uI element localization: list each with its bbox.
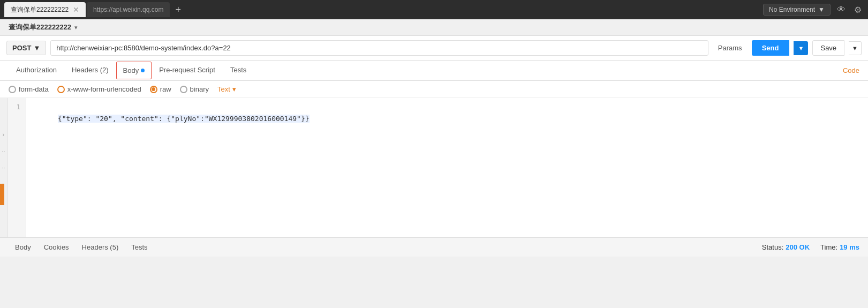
tab-authorization[interactable]: Authorization	[9, 61, 64, 80]
body-options: form-data x-www-form-urlencoded raw bina…	[0, 81, 868, 98]
eye-icon[interactable]: 👁	[835, 5, 848, 14]
params-button[interactable]: Params	[713, 41, 748, 55]
new-tab-button[interactable]: +	[171, 4, 185, 16]
collapse-arrow-1[interactable]: ›	[3, 132, 4, 138]
status-bar: Status: 200 OK Time: 19 ms	[762, 243, 859, 251]
option-raw[interactable]: raw	[150, 85, 171, 93]
request-title: 查询保单222222222	[9, 22, 71, 32]
method-selector[interactable]: POST ▼	[6, 41, 46, 55]
radio-x-www-form-urlencoded	[57, 86, 65, 93]
save-dropdown-button[interactable]: ▼	[849, 41, 862, 55]
tab-tests[interactable]: Tests	[223, 61, 254, 80]
text-type-label: Text	[217, 85, 230, 93]
bottom-tab-tests[interactable]: Tests	[125, 239, 154, 256]
status-ok: 200 OK	[786, 243, 810, 251]
orange-marker	[0, 184, 4, 205]
request-title-chevron-icon[interactable]: ▾	[74, 24, 78, 31]
radio-raw	[150, 86, 157, 93]
time-value: 19 ms	[840, 243, 859, 251]
save-button[interactable]: Save	[812, 40, 844, 56]
env-dropdown[interactable]: No Environment ▼	[763, 4, 831, 16]
tab-pre-request-script[interactable]: Pre-request Script	[152, 61, 223, 80]
tab-active[interactable]: 查询保单222222222 ✕	[4, 2, 86, 17]
tabs-bar: 查询保单222222222 ✕ https://api.weixin.qq.co…	[0, 0, 868, 19]
time-label: Time:	[820, 243, 837, 251]
env-selector: No Environment ▼ 👁 ⚙	[763, 4, 864, 16]
text-type-button[interactable]: Text ▾	[217, 85, 236, 93]
bottom-tab-body[interactable]: Body	[9, 239, 37, 256]
collapse-arrow-3[interactable]: ··	[2, 165, 5, 171]
editor-wrapper: › ·· ·· › › 1 {"type": "20", "content": …	[0, 98, 868, 237]
tab-body-label: Body	[123, 66, 139, 74]
radio-form-data	[9, 86, 16, 93]
status-label: Status:	[762, 243, 783, 251]
env-chevron-icon: ▼	[818, 6, 825, 13]
send-button[interactable]: Send	[752, 40, 789, 56]
left-collapse: › ·· ·· › ›	[0, 98, 7, 237]
radio-raw-inner	[152, 87, 155, 91]
bottom-tab-cookies[interactable]: Cookies	[37, 239, 76, 256]
gear-icon[interactable]: ⚙	[852, 5, 864, 15]
request-title-bar: 查询保单222222222 ▾	[0, 19, 868, 36]
tab-active-label: 查询保单222222222	[11, 5, 69, 14]
url-input[interactable]	[50, 40, 708, 56]
text-type-chevron-icon: ▾	[232, 85, 236, 93]
method-chevron-icon: ▼	[33, 44, 40, 52]
sub-tabs: Authorization Headers (2) Body Pre-reque…	[0, 61, 868, 81]
editor-area: 1 {"type": "20", "content": {"plyNo":"WX…	[7, 98, 868, 237]
bottom-tab-headers[interactable]: Headers (5)	[76, 239, 125, 256]
tab-headers[interactable]: Headers (2)	[64, 61, 116, 80]
line-number-1: 1	[13, 102, 20, 112]
collapse-arrow-2[interactable]: ··	[2, 148, 5, 154]
option-x-www-form-urlencoded[interactable]: x-www-form-urlencoded	[57, 85, 141, 93]
url-bar: POST ▼ Params Send ▼ Save ▼	[0, 36, 868, 61]
tab-body-wrapper: Body	[116, 62, 152, 79]
tab-url-label: https://api.weixin.qq.com	[93, 6, 163, 13]
send-dropdown-button[interactable]: ▼	[794, 41, 809, 55]
tab-close-icon[interactable]: ✕	[73, 5, 79, 14]
body-active-dot	[141, 69, 145, 72]
editor-text[interactable]: {"type": "20", "content": {"plyNo":"WX12…	[58, 115, 310, 123]
env-label: No Environment	[769, 6, 815, 13]
line-numbers: 1	[7, 98, 26, 237]
method-label: POST	[12, 44, 31, 52]
editor-content[interactable]: {"type": "20", "content": {"plyNo":"WX12…	[26, 98, 868, 237]
code-link[interactable]: Code	[843, 66, 859, 74]
tab-url[interactable]: https://api.weixin.qq.com	[87, 2, 170, 17]
tab-body[interactable]: Body	[116, 62, 152, 79]
bottom-bar: Body Cookies Headers (5) Tests Status: 2…	[0, 237, 868, 257]
option-binary[interactable]: binary	[180, 85, 209, 93]
option-form-data[interactable]: form-data	[9, 85, 49, 93]
radio-binary	[180, 86, 187, 93]
